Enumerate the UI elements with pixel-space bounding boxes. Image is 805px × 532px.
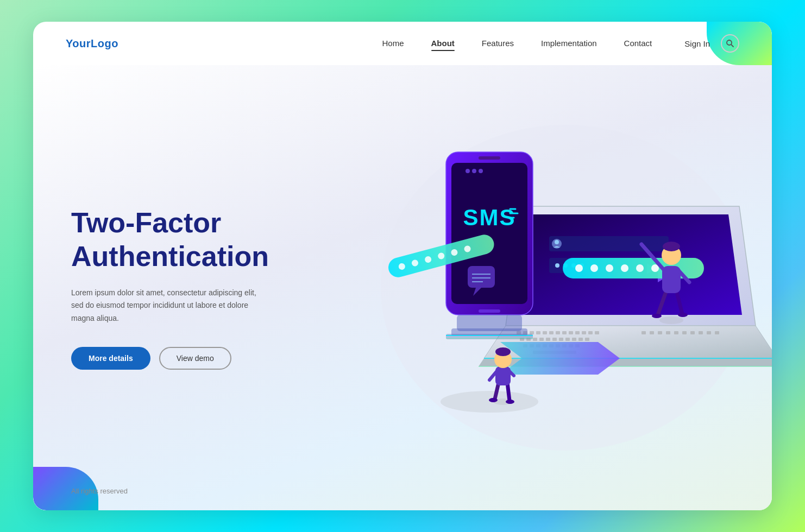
svg-point-66 xyxy=(606,264,613,272)
svg-rect-39 xyxy=(585,338,589,341)
svg-rect-22 xyxy=(556,331,560,334)
svg-rect-19 xyxy=(536,331,540,334)
search-button[interactable] xyxy=(721,34,739,53)
svg-rect-74 xyxy=(479,156,500,160)
svg-point-107 xyxy=(495,347,511,356)
nav-about[interactable]: About xyxy=(431,39,455,49)
svg-rect-57 xyxy=(699,331,703,334)
cta-buttons: More details View demo xyxy=(71,347,294,370)
svg-point-65 xyxy=(590,264,598,272)
svg-rect-23 xyxy=(562,331,567,334)
svg-rect-31 xyxy=(533,338,537,341)
svg-point-110 xyxy=(659,316,683,324)
svg-rect-24 xyxy=(569,331,573,334)
svg-point-77 xyxy=(479,169,483,173)
svg-point-119 xyxy=(678,313,688,317)
footer-text: All rights reserved xyxy=(71,487,128,495)
svg-rect-50 xyxy=(642,331,646,334)
svg-rect-54 xyxy=(674,331,678,334)
svg-point-68 xyxy=(636,264,644,272)
page-frame: YourLogo Home About Features Implementat… xyxy=(33,22,772,510)
svg-rect-5 xyxy=(549,236,669,251)
svg-rect-20 xyxy=(543,331,547,334)
svg-rect-28 xyxy=(595,331,599,334)
svg-rect-32 xyxy=(539,338,544,341)
nav-contact[interactable]: Contact xyxy=(624,39,652,49)
svg-point-64 xyxy=(575,264,583,272)
nav-implementation[interactable]: Implementation xyxy=(541,39,597,49)
svg-line-1 xyxy=(731,45,733,47)
svg-rect-25 xyxy=(575,331,580,334)
svg-rect-37 xyxy=(572,338,576,341)
right-panel: SMS xyxy=(294,65,772,510)
nav-home[interactable]: Home xyxy=(382,39,404,49)
sign-in-link[interactable]: Sign In xyxy=(684,39,710,48)
svg-point-117 xyxy=(663,242,680,251)
svg-rect-26 xyxy=(582,331,586,334)
svg-rect-59 xyxy=(715,331,719,334)
svg-point-75 xyxy=(466,169,470,173)
svg-rect-82 xyxy=(468,266,495,288)
svg-rect-56 xyxy=(690,331,695,334)
svg-rect-87 xyxy=(479,309,500,313)
svg-rect-34 xyxy=(552,338,557,341)
logo: YourLogo xyxy=(66,37,118,50)
svg-point-108 xyxy=(489,398,498,402)
svg-rect-27 xyxy=(588,331,593,334)
svg-point-71 xyxy=(441,391,538,413)
main-content: Two-FactorAuthentication Lorem ipsum dol… xyxy=(33,65,772,510)
svg-text:SMS: SMS xyxy=(463,205,515,230)
svg-rect-55 xyxy=(682,331,687,334)
svg-rect-38 xyxy=(578,338,583,341)
svg-point-76 xyxy=(472,169,476,173)
hero-illustration: SMS xyxy=(316,65,772,510)
nav-right: Sign In xyxy=(684,34,739,53)
svg-rect-53 xyxy=(666,331,670,334)
svg-point-7 xyxy=(555,240,559,244)
svg-rect-58 xyxy=(707,331,711,334)
svg-point-67 xyxy=(621,264,628,272)
more-details-button[interactable]: More details xyxy=(71,347,150,370)
svg-point-9 xyxy=(555,263,559,268)
navbar: YourLogo Home About Features Implementat… xyxy=(33,22,772,65)
nav-links: Home About Features Implementation Conta… xyxy=(382,39,652,49)
svg-rect-35 xyxy=(559,338,563,341)
svg-point-118 xyxy=(652,314,662,318)
hero-title: Two-FactorAuthentication xyxy=(71,206,294,274)
svg-rect-36 xyxy=(565,338,570,341)
nav-features[interactable]: Features xyxy=(482,39,514,49)
svg-rect-52 xyxy=(658,331,662,334)
svg-line-102 xyxy=(507,383,510,401)
left-panel: Two-FactorAuthentication Lorem ipsum dol… xyxy=(33,65,294,510)
hero-subtitle: Lorem ipsum dolor sit amet, consectetur … xyxy=(71,287,267,325)
svg-rect-51 xyxy=(650,331,654,334)
search-icon xyxy=(726,39,734,48)
svg-point-109 xyxy=(506,400,514,404)
view-demo-button[interactable]: View demo xyxy=(159,347,231,370)
svg-rect-21 xyxy=(549,331,554,334)
svg-rect-33 xyxy=(546,338,550,341)
